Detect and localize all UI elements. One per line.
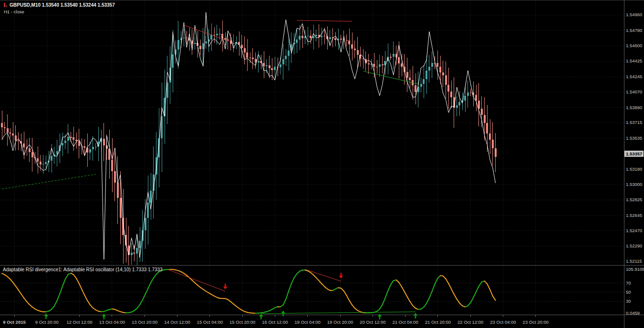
buy-arrow-icon [281,310,285,316]
current-price-tag: 1.53357 [624,151,644,157]
svg-text:20 Oct 12:00: 20 Oct 12:00 [360,319,385,325]
svg-text:1.54070: 1.54070 [626,89,642,94]
svg-text:1.52645: 1.52645 [626,213,642,218]
price-gridlines [0,15,624,261]
time-axis[interactable]: 9 Oct 20159 Oct 20:0012 Oct 12:0013 Oct … [3,315,549,325]
svg-text:21 Oct 04:00: 21 Oct 04:00 [392,319,418,325]
chart-canvas[interactable]: 1.549601.547801.546001.544251.542451.540… [0,0,644,328]
svg-text:70: 70 [626,280,631,286]
svg-text:19 Oct 20:00: 19 Oct 20:00 [327,319,353,325]
svg-text:12 Oct 12:00: 12 Oct 12:00 [66,319,92,325]
svg-text:13 Oct 20:00: 13 Oct 20:00 [132,319,157,325]
chart-icon [4,3,7,7]
price-axis[interactable]: 1.549601.547801.546001.544251.542451.540… [626,12,642,264]
svg-text:1.52115: 1.52115 [626,258,642,264]
sell-arrow-icon [339,273,343,278]
svg-text:9 Oct 2015: 9 Oct 2015 [3,319,26,325]
svg-text:1.53180: 1.53180 [626,166,642,172]
svg-text:105.9108: 105.9108 [626,266,644,272]
svg-text:1.53715: 1.53715 [626,120,642,125]
svg-text:16 Oct 12:00: 16 Oct 12:00 [262,319,288,325]
svg-text:13 Oct 04:00: 13 Oct 04:00 [99,319,125,325]
svg-text:1.54600: 1.54600 [626,43,642,48]
oscillator-divergence-lines [167,269,415,314]
svg-text:30: 30 [626,298,631,304]
buy-arrow-icon [102,314,106,319]
buy-arrow-icon [259,314,263,319]
svg-text:50: 50 [626,289,631,295]
buy-arrow-icon [44,313,48,319]
svg-text:19 Oct 04:00: 19 Oct 04:00 [294,319,320,325]
oscillator-curve [2,269,496,313]
svg-text:9 Oct 20:00: 9 Oct 20:00 [35,319,59,325]
svg-text:1.53535: 1.53535 [626,135,642,141]
candles-layer [1,20,497,275]
sell-arrow-icon [223,284,228,289]
svg-text:14 Oct 12:00: 14 Oct 12:00 [164,319,190,325]
svg-text:1.52470: 1.52470 [626,228,642,233]
svg-text:1.53890: 1.53890 [626,105,642,110]
svg-text:1.53000: 1.53000 [626,182,642,187]
svg-text:15 Oct 04:00: 15 Oct 04:00 [197,319,223,325]
svg-text:15 Oct 20:00: 15 Oct 20:00 [229,319,255,325]
svg-text:1.52290: 1.52290 [626,243,642,248]
symbol-ohlc-text: GBPUSD,M10 1.53540 1.53540 1.53244 1.533… [10,2,115,8]
h1-close-line [2,12,496,259]
svg-text:1.52825: 1.52825 [626,197,642,202]
oscillator-axis[interactable]: 105.91087050300.0459 [626,266,644,316]
buy-arrow-icon [414,313,418,318]
svg-text:0.0459: 0.0459 [626,310,640,316]
svg-text:23 Oct 04:00: 23 Oct 04:00 [490,319,516,325]
svg-text:1.54245: 1.54245 [626,74,642,79]
svg-text:22 Oct 12:00: 22 Oct 12:00 [457,319,483,325]
svg-text:21 Oct 20:00: 21 Oct 20:00 [425,319,451,325]
svg-text:23 Oct 20:00: 23 Oct 20:00 [523,319,549,325]
oscillator-level-lines [0,283,624,301]
svg-text:1.54425: 1.54425 [626,58,642,63]
panel-separators [0,0,644,328]
svg-text:1.54960: 1.54960 [626,12,642,17]
symbol-ohlc-label: GBPUSD,M10 1.53540 1.53540 1.53244 1.533… [4,2,115,8]
svg-text:1.54780: 1.54780 [626,28,642,33]
svg-text:1.53357: 1.53357 [626,151,642,156]
mt4-chart-window: 1.549601.547801.546001.544251.542451.540… [0,0,644,328]
oscillator-title: Adaptable RSI divergence1: Adaptable RSI… [3,267,163,272]
price-trendlines [2,20,418,189]
buy-arrow-icon [378,314,382,319]
overlay-line-label: H1 - close [4,9,24,14]
